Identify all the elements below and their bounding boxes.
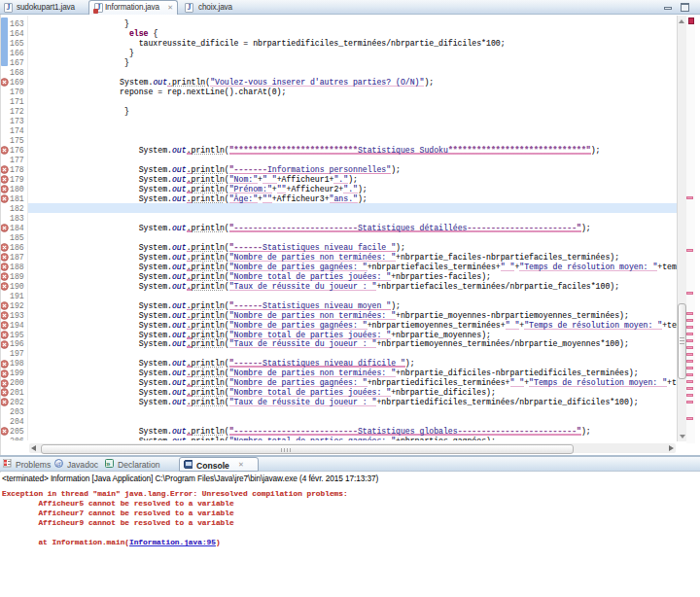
svg-text:@: @	[56, 460, 63, 468]
svg-text:»: »	[106, 461, 111, 469]
